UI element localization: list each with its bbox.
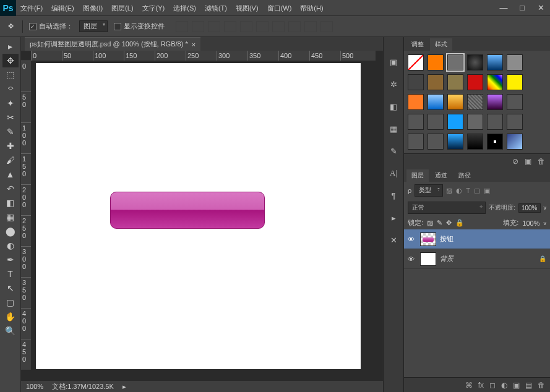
style-swatch[interactable] bbox=[467, 94, 483, 110]
tab-styles[interactable]: 样式 bbox=[430, 38, 452, 51]
navigator-panel-icon[interactable]: ✲ bbox=[387, 78, 400, 90]
distribute-1-icon[interactable] bbox=[272, 21, 285, 32]
tab-channels[interactable]: 通道 bbox=[430, 169, 452, 182]
style-swatch[interactable] bbox=[467, 114, 483, 130]
clear-style-icon[interactable]: ⊘ bbox=[512, 157, 518, 166]
chevron-down-icon[interactable]: v bbox=[544, 220, 547, 226]
visibility-icon[interactable]: 👁 bbox=[408, 255, 416, 263]
layer-row[interactable]: 👁 按钮 bbox=[404, 229, 550, 249]
menu-filter[interactable]: 滤镜(T) bbox=[200, 0, 231, 16]
blend-mode-dropdown[interactable]: 正常 bbox=[408, 202, 486, 214]
menu-layer[interactable]: 图层(L) bbox=[107, 0, 137, 16]
style-none[interactable] bbox=[408, 54, 424, 70]
style-swatch[interactable] bbox=[467, 74, 483, 90]
style-swatch[interactable] bbox=[428, 94, 444, 110]
style-swatch[interactable] bbox=[408, 74, 424, 90]
lock-trans-icon[interactable]: ▨ bbox=[427, 219, 433, 227]
style-swatch[interactable] bbox=[467, 54, 483, 70]
style-swatch[interactable] bbox=[408, 134, 424, 150]
close-button[interactable]: ✕ bbox=[531, 2, 550, 14]
new-layer-icon[interactable]: ▤ bbox=[525, 381, 532, 390]
align-top-icon[interactable] bbox=[176, 21, 188, 32]
fill-value[interactable]: 100% bbox=[522, 219, 539, 227]
fill-adjust-icon[interactable]: ◐ bbox=[501, 381, 507, 390]
distribute-2-icon[interactable] bbox=[288, 21, 301, 32]
swatch-panel-icon[interactable]: ▦ bbox=[387, 122, 400, 135]
dodge-tool[interactable]: ◐ bbox=[2, 239, 19, 252]
shape-tool[interactable]: ▢ bbox=[2, 296, 19, 309]
menu-select[interactable]: 选择(S) bbox=[169, 0, 200, 16]
auto-select-checkbox[interactable]: ✓ 自动选择： bbox=[29, 22, 73, 31]
lock-all-icon[interactable]: 🔒 bbox=[455, 219, 464, 227]
style-swatch[interactable] bbox=[487, 114, 503, 130]
chevron-down-icon[interactable]: v bbox=[544, 205, 547, 211]
tab-adjustments[interactable]: 调整 bbox=[406, 38, 429, 51]
filter-pixel-icon[interactable]: ▨ bbox=[446, 187, 452, 195]
wand-tool[interactable]: ✦ bbox=[2, 96, 19, 110]
align-left-icon[interactable] bbox=[224, 21, 236, 32]
menu-image[interactable]: 图像(I) bbox=[79, 0, 107, 16]
layer-thumbnail[interactable] bbox=[420, 232, 436, 246]
link-layers-icon[interactable]: ⌘ bbox=[465, 381, 473, 390]
style-swatch[interactable] bbox=[447, 54, 463, 70]
style-swatch[interactable] bbox=[428, 114, 444, 130]
style-swatch[interactable] bbox=[467, 134, 483, 150]
filter-smart-icon[interactable]: ▣ bbox=[484, 187, 490, 195]
style-swatch[interactable] bbox=[487, 94, 503, 110]
align-hcenter-icon[interactable] bbox=[240, 21, 252, 32]
style-swatch[interactable] bbox=[487, 54, 503, 70]
tab-close-icon[interactable]: × bbox=[192, 41, 196, 48]
document-tab[interactable]: ps如何调整图层透明度.psd @ 100% (按钮, RGB/8) * × bbox=[25, 37, 200, 51]
pen-tool[interactable]: ✒ bbox=[2, 253, 19, 266]
stamp-tool[interactable]: ▲ bbox=[2, 168, 19, 181]
opacity-value[interactable]: 100% bbox=[518, 203, 541, 213]
eyedropper-tool[interactable]: ✎ bbox=[2, 125, 19, 138]
delete-layer-icon[interactable]: 🗑 bbox=[538, 381, 545, 390]
blur-tool[interactable]: ⬤ bbox=[2, 224, 19, 238]
menu-type[interactable]: 文字(Y) bbox=[138, 0, 170, 16]
style-swatch[interactable] bbox=[447, 74, 463, 90]
gradient-tool[interactable]: ▦ bbox=[2, 210, 19, 224]
style-swatch[interactable] bbox=[487, 134, 503, 150]
menu-window[interactable]: 窗口(W) bbox=[263, 0, 296, 16]
color-panel-icon[interactable]: ◧ bbox=[387, 100, 400, 113]
filter-shape-icon[interactable]: ▢ bbox=[474, 187, 480, 195]
distribute-4-icon[interactable] bbox=[320, 21, 333, 32]
visibility-icon[interactable]: 👁 bbox=[408, 236, 416, 243]
style-swatch[interactable] bbox=[447, 94, 463, 110]
history-panel-icon[interactable]: ▣ bbox=[387, 56, 400, 68]
align-vcenter-icon[interactable] bbox=[192, 21, 204, 32]
zoom-tool[interactable]: 🔍 bbox=[2, 324, 19, 338]
zoom-level[interactable]: 100% bbox=[26, 383, 43, 390]
style-swatch[interactable] bbox=[408, 94, 424, 110]
lasso-tool[interactable]: ⌔ bbox=[2, 82, 19, 96]
char-panel-icon[interactable]: A| bbox=[387, 167, 400, 179]
mask-icon[interactable]: ◻ bbox=[489, 381, 496, 390]
move-tool[interactable]: ✥ bbox=[2, 54, 19, 67]
layer-kind-dropdown[interactable]: 类型 bbox=[415, 184, 443, 197]
brush-panel-icon[interactable]: ✎ bbox=[387, 145, 400, 157]
layer-name[interactable]: 按钮 bbox=[440, 234, 453, 244]
new-style-icon[interactable]: ▣ bbox=[525, 157, 531, 166]
filter-adjust-icon[interactable]: ◐ bbox=[456, 187, 462, 195]
crop-tool[interactable]: ✂ bbox=[2, 111, 19, 124]
lock-pos-icon[interactable]: ✥ bbox=[446, 219, 452, 227]
minimize-button[interactable]: — bbox=[494, 2, 513, 14]
canvas[interactable] bbox=[36, 63, 361, 369]
menu-help[interactable]: 帮助(H) bbox=[296, 0, 327, 16]
history-tool[interactable]: ↶ bbox=[2, 182, 19, 195]
maximize-button[interactable]: □ bbox=[513, 2, 531, 14]
style-swatch[interactable] bbox=[447, 134, 463, 150]
tab-paths[interactable]: 路径 bbox=[453, 169, 476, 182]
style-swatch[interactable] bbox=[408, 114, 424, 130]
layer-row[interactable]: 👁 背景 🔒 bbox=[404, 249, 550, 269]
style-swatch[interactable] bbox=[507, 114, 523, 130]
style-swatch[interactable] bbox=[428, 54, 444, 70]
layer-thumbnail[interactable] bbox=[420, 252, 436, 266]
filter-type-icon[interactable]: T bbox=[466, 187, 470, 195]
auto-select-dropdown[interactable]: 图层 bbox=[79, 20, 108, 32]
style-swatch[interactable] bbox=[487, 74, 503, 90]
actions-panel-icon[interactable]: ▸ bbox=[387, 211, 400, 224]
menu-file[interactable]: 文件(F) bbox=[16, 0, 47, 16]
lock-paint-icon[interactable]: ✎ bbox=[437, 219, 442, 227]
